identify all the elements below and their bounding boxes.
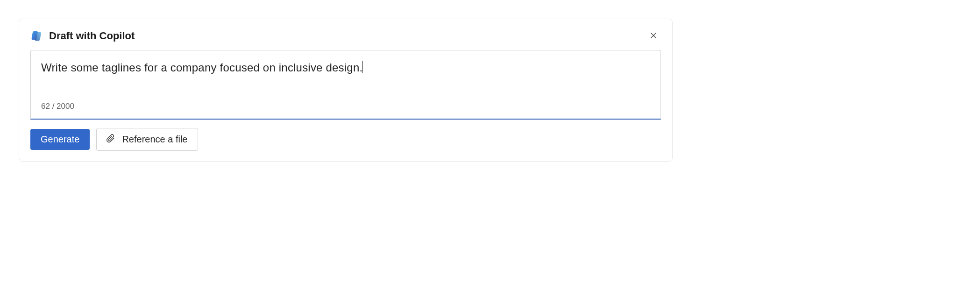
panel-header: Draft with Copilot <box>30 28 661 43</box>
close-button[interactable] <box>646 28 661 43</box>
prompt-text-content: Write some taglines for a company focuse… <box>41 61 362 74</box>
text-cursor <box>362 61 363 73</box>
reference-file-button[interactable]: Reference a file <box>96 128 198 151</box>
close-icon <box>649 31 658 42</box>
prompt-text: Write some taglines for a company focuse… <box>41 60 650 76</box>
copilot-icon <box>30 29 43 42</box>
button-row: Generate Reference a file <box>30 128 661 151</box>
reference-file-label: Reference a file <box>122 134 187 145</box>
copilot-draft-panel: Draft with Copilot Write some taglines f… <box>19 19 673 162</box>
attachment-icon <box>105 133 115 146</box>
header-left: Draft with Copilot <box>30 29 135 42</box>
panel-title: Draft with Copilot <box>49 30 135 42</box>
prompt-input[interactable]: Write some taglines for a company focuse… <box>30 50 661 120</box>
character-counter: 62 / 2000 <box>41 102 650 111</box>
generate-button[interactable]: Generate <box>30 129 90 150</box>
